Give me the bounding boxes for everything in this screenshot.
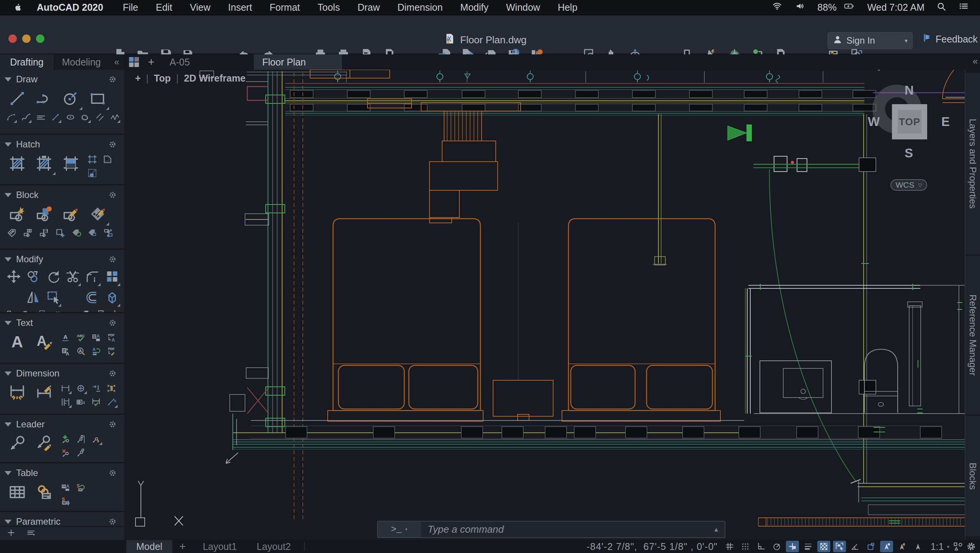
menu-insert[interactable]: Insert xyxy=(219,2,261,13)
wcs-dropdown[interactable]: WCS▽ xyxy=(890,179,927,191)
annotation-scale-toggle[interactable] xyxy=(911,541,924,552)
tool-offset[interactable] xyxy=(84,287,101,307)
add-layout-button[interactable]: + xyxy=(172,540,193,553)
tool-spell-check[interactable]: ABC xyxy=(74,332,87,344)
viewcube-south[interactable]: S xyxy=(905,146,913,160)
tool-text-underline[interactable]: A xyxy=(59,332,72,344)
zoom-button[interactable] xyxy=(36,34,44,43)
new-tab-button[interactable]: + xyxy=(144,54,158,70)
tool-multiline[interactable] xyxy=(35,111,47,123)
tool-rectangle[interactable] xyxy=(86,87,109,110)
viewport-add[interactable]: + xyxy=(135,73,141,84)
tool-leader-remove[interactable] xyxy=(59,447,72,459)
tool-attribute-tag[interactable] xyxy=(5,227,18,239)
tool-block-add[interactable] xyxy=(54,227,67,239)
tool-block-create[interactable] xyxy=(5,202,29,226)
viewcube[interactable]: N S W E TOP xyxy=(872,85,947,159)
close-button[interactable] xyxy=(8,34,17,43)
side-tab-reference-manager[interactable]: Reference Manager xyxy=(965,256,980,414)
side-tab-layers-and-properties[interactable]: Layers and Properties xyxy=(965,73,980,254)
tool-copy[interactable] xyxy=(25,267,42,286)
dynamic-ucs-toggle[interactable] xyxy=(864,541,877,552)
side-tab-blocks[interactable]: Blocks xyxy=(965,416,980,536)
tool-text-style[interactable]: A xyxy=(32,330,56,354)
tool-mtext[interactable]: A xyxy=(5,330,29,354)
tool-break-line[interactable] xyxy=(50,308,62,313)
tool-dim-baseline[interactable] xyxy=(59,396,72,408)
tool-block-save[interactable] xyxy=(38,227,51,239)
gear-icon[interactable] xyxy=(108,190,118,200)
tool-arc[interactable] xyxy=(32,87,56,110)
tool-dim-ruler[interactable] xyxy=(105,382,118,394)
menu-tools[interactable]: Tools xyxy=(309,2,349,13)
tool-table-text[interactable]: A xyxy=(59,482,72,494)
minimize-button[interactable] xyxy=(22,34,31,43)
polar-tracking-toggle[interactable] xyxy=(770,541,783,552)
annotation-visibility-toggle[interactable] xyxy=(880,541,893,552)
tool-line[interactable] xyxy=(5,87,29,110)
tool-table-sync[interactable]: S xyxy=(74,482,87,494)
tool-boundary[interactable] xyxy=(86,153,99,165)
section-collapse-icon[interactable] xyxy=(5,422,11,427)
gear-icon[interactable] xyxy=(108,318,118,328)
tool-multileader[interactable] xyxy=(5,432,29,455)
menu-edit[interactable]: Edit xyxy=(147,2,181,13)
palette-menu-icon[interactable] xyxy=(26,528,36,539)
section-collapse-icon[interactable] xyxy=(5,257,11,262)
tool-block-replace[interactable] xyxy=(102,227,115,239)
tool-align[interactable] xyxy=(79,308,91,313)
tool-break[interactable] xyxy=(94,111,106,123)
menu-window[interactable]: Window xyxy=(497,2,549,13)
viewcube-west[interactable]: W xyxy=(868,115,880,129)
add-palette-icon[interactable] xyxy=(6,528,16,539)
grid-toggle[interactable] xyxy=(723,541,736,552)
tool-block-insert[interactable] xyxy=(32,202,56,226)
tool-arc-small[interactable] xyxy=(5,111,17,123)
tool-attribute-edit[interactable] xyxy=(86,202,109,226)
annotation-scale-menu[interactable]: 1:1▾ xyxy=(931,541,949,552)
tool-text-find[interactable]: A xyxy=(74,345,87,358)
command-prompt[interactable]: >_▾ xyxy=(378,522,421,537)
gear-icon[interactable] xyxy=(108,139,118,149)
tool-gradient[interactable] xyxy=(59,152,83,175)
selection-cycling-toggle[interactable] xyxy=(833,541,846,552)
tool-copy-nested[interactable] xyxy=(20,308,32,313)
tool-block-attribute-manager[interactable] xyxy=(21,227,34,239)
viewcube-north[interactable]: N xyxy=(905,83,914,98)
tool-ellipse[interactable] xyxy=(65,111,77,123)
tool-pdf-import-text[interactable]: PDFA xyxy=(105,332,118,344)
menu-file[interactable]: File xyxy=(114,2,147,13)
tool-dimension-style[interactable] xyxy=(32,381,56,404)
viewcube-top-face[interactable]: TOP xyxy=(892,104,927,139)
gear-icon[interactable] xyxy=(108,419,118,429)
tab-drafting[interactable]: Drafting xyxy=(0,54,54,70)
tool-leader-merge[interactable] xyxy=(74,447,87,459)
tool-fillet[interactable] xyxy=(84,267,101,286)
section-collapse-icon[interactable] xyxy=(5,371,11,376)
search-icon[interactable] xyxy=(936,1,946,14)
snap-toggle[interactable] xyxy=(739,541,752,552)
section-collapse-icon[interactable] xyxy=(5,193,11,197)
viewport-view-menu[interactable]: Top xyxy=(154,73,171,84)
tool-dim-ordinate[interactable] xyxy=(90,382,103,394)
gear-icon[interactable] xyxy=(108,254,118,264)
tab-modeling[interactable]: Modeling xyxy=(54,54,109,70)
menu-modify[interactable]: Modify xyxy=(451,2,497,13)
command-input[interactable]: Type a command xyxy=(421,522,708,537)
section-collapse-icon[interactable] xyxy=(5,142,11,147)
tool-table[interactable] xyxy=(5,480,29,504)
feedback-button[interactable]: Feedback ▾ xyxy=(922,33,980,45)
tool-stretch[interactable] xyxy=(5,308,17,313)
tool-table-export[interactable]: S xyxy=(59,496,72,508)
tool-polyline[interactable] xyxy=(109,111,121,123)
file-tab-a05[interactable]: A-05 xyxy=(161,54,253,70)
volume-icon[interactable] xyxy=(794,1,806,13)
section-collapse-icon[interactable] xyxy=(5,77,11,82)
workspace-switch-icon[interactable] xyxy=(952,541,965,552)
tool-leader-align[interactable] xyxy=(74,433,87,445)
tool-hatch-pattern[interactable] xyxy=(5,152,29,175)
tool-trim[interactable] xyxy=(65,267,82,286)
tool-array[interactable] xyxy=(104,267,121,286)
tool-dim-check[interactable] xyxy=(90,396,103,408)
settings-gear-icon[interactable] xyxy=(965,541,978,552)
